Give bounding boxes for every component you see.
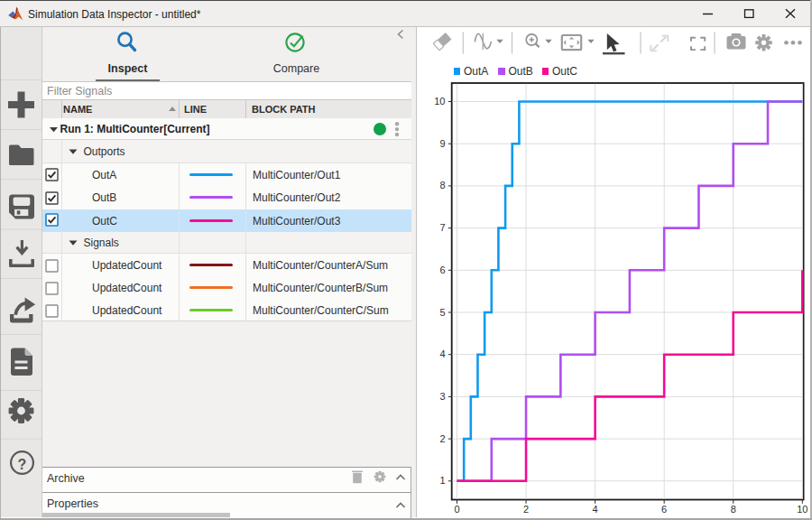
- svg-text:2: 2: [523, 504, 529, 515]
- svg-text:9: 9: [439, 138, 445, 149]
- svg-text:4: 4: [593, 504, 598, 515]
- svg-text:4: 4: [439, 348, 445, 359]
- svg-text:8: 8: [439, 180, 445, 190]
- svg-text:3: 3: [439, 391, 445, 402]
- svg-text:6: 6: [439, 265, 445, 275]
- svg-text:6: 6: [661, 504, 667, 515]
- svg-text:?: ?: [18, 457, 27, 472]
- svg-text:2: 2: [439, 433, 445, 444]
- svg-text:8: 8: [731, 504, 736, 515]
- svg-text:5: 5: [439, 307, 445, 318]
- svg-text:7: 7: [439, 222, 445, 233]
- svg-text:10: 10: [797, 504, 807, 515]
- svg-text:0: 0: [454, 504, 459, 515]
- svg-text:10: 10: [434, 96, 445, 107]
- svg-text:1: 1: [439, 475, 445, 486]
